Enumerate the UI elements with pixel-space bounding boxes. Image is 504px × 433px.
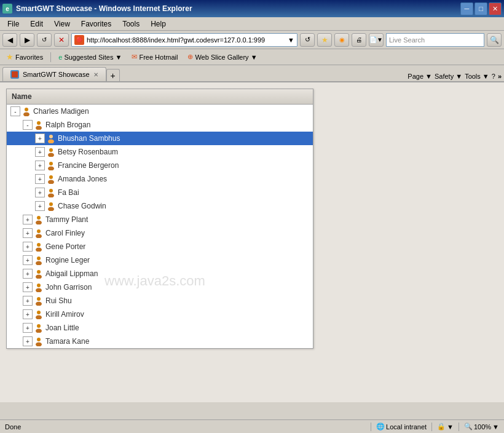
svg-point-13 — [49, 189, 53, 193]
expand-button[interactable]: + — [23, 269, 33, 279]
search-box[interactable]: Live Search — [386, 33, 484, 47]
tree-row[interactable]: + Gene Porter — [7, 240, 313, 253]
expand-button[interactable]: + — [35, 133, 45, 143]
expand-button[interactable]: + — [23, 336, 33, 346]
expand-button[interactable]: + — [35, 201, 45, 211]
svg-point-2 — [23, 113, 30, 117]
expand-button[interactable]: + — [35, 147, 45, 157]
expand-button[interactable]: + — [23, 282, 33, 292]
print-button[interactable]: 🖨 — [352, 33, 366, 47]
person-icon — [46, 188, 56, 197]
status-separator-2 — [431, 423, 432, 431]
svg-point-9 — [49, 162, 53, 165]
close-button[interactable]: ✕ — [489, 2, 502, 15]
dropdown-btn[interactable]: ▼ — [447, 423, 454, 431]
row-label: Fa Bai — [58, 188, 79, 197]
expand-button[interactable]: + — [23, 309, 33, 319]
expand-button[interactable]: + — [35, 174, 45, 184]
svg-point-24 — [36, 261, 42, 266]
expand-button[interactable]: + — [23, 296, 33, 306]
tree-row[interactable]: + Rui Shu — [7, 294, 313, 308]
address-field[interactable]: 🔴 http://localhost:8888/index.html?gwt.c… — [71, 33, 297, 47]
zoom-dropdown[interactable]: ▼ — [492, 423, 499, 431]
status-separator-1 — [371, 423, 371, 431]
webslice-label: Web Slice Gallery ▼ — [195, 54, 257, 61]
expand-button[interactable]: + — [23, 228, 33, 238]
svg-point-19 — [37, 229, 41, 233]
tree-row[interactable]: + Francine Bergeron — [7, 159, 313, 172]
row-label: Kirill Amirov — [45, 310, 84, 319]
tree-row[interactable]: + Amanda Jones — [7, 172, 313, 186]
menu-help[interactable]: Help — [146, 18, 171, 30]
expand-button[interactable]: + — [23, 255, 33, 265]
expand-button[interactable]: + — [23, 323, 33, 333]
hotmail-button[interactable]: ✉ Free Hotmail — [129, 52, 180, 62]
star-button[interactable]: ★ — [317, 33, 332, 47]
row-label: Francine Bergeron — [58, 161, 119, 170]
svg-point-16 — [48, 207, 54, 212]
page-tools-button[interactable]: 📄▼ — [369, 33, 384, 47]
row-label: Rui Shu — [45, 296, 72, 305]
tree-row[interactable]: + Fa Bai — [7, 186, 313, 199]
tree-row[interactable]: + Abigail Lippman — [7, 267, 313, 280]
dropdown-arrow[interactable]: ▼ — [288, 36, 294, 44]
tree-row[interactable]: + Chase Godwin — [7, 199, 313, 213]
tree-row[interactable]: + Carol Finley — [7, 226, 313, 240]
menu-view[interactable]: View — [49, 18, 75, 30]
menu-file[interactable]: File — [2, 18, 24, 30]
new-tab-button[interactable]: + — [106, 69, 120, 81]
suggested-sites-button[interactable]: e Suggested Sites ▼ — [56, 52, 124, 62]
tab-close-icon[interactable]: ✕ — [93, 71, 98, 78]
collapse-button[interactable]: - — [10, 106, 20, 116]
svg-point-35 — [37, 338, 41, 341]
tree-row[interactable]: + Betsy Rosenbaum — [7, 145, 313, 159]
tree-row[interactable]: + John Garrison — [7, 280, 313, 294]
tab-smartgwt[interactable]: SmartGWT Showcase ✕ — [2, 67, 106, 81]
person-icon — [34, 215, 44, 224]
tree-body: - Charles Madigen- Ralph Brogan+ Bhushan… — [7, 105, 313, 348]
webslice-button[interactable]: ⊕ Web Slice Gallery ▼ — [185, 52, 259, 62]
search-button[interactable]: 🔍 — [487, 33, 502, 47]
ie-icon: e — [58, 54, 62, 61]
more-button[interactable]: » — [498, 73, 502, 80]
minimize-button[interactable]: ─ — [460, 2, 473, 15]
tree-row[interactable]: + Bhushan Sambhus — [7, 132, 313, 145]
maximize-button[interactable]: □ — [474, 2, 487, 15]
safety-button[interactable]: Safety ▼ — [435, 73, 462, 80]
tree-row[interactable]: + Joan Little — [7, 321, 313, 335]
expand-button[interactable]: + — [35, 161, 45, 170]
favorites-label: Favorites — [15, 54, 43, 61]
zoom-control[interactable]: 🔍 100% ▼ — [464, 423, 499, 431]
feed-button[interactable]: ◉ — [334, 33, 349, 47]
tree-row[interactable]: + Tamara Kane — [7, 335, 313, 348]
tools-button2[interactable]: Tools ▼ — [465, 73, 489, 80]
row-label: John Garrison — [45, 283, 92, 292]
tree-row[interactable]: - Charles Madigen — [7, 105, 313, 118]
favorites-bar: ★ Favorites e Suggested Sites ▼ ✉ Free H… — [0, 49, 504, 65]
help-button[interactable]: ? — [492, 73, 495, 80]
refresh-button2[interactable]: ↺ — [300, 33, 315, 47]
svg-point-26 — [36, 275, 42, 279]
menu-edit[interactable]: Edit — [25, 18, 48, 30]
menu-favorites[interactable]: Favorites — [76, 18, 116, 30]
expand-button[interactable]: + — [35, 188, 45, 197]
forward-button[interactable]: ▶ — [20, 33, 34, 47]
tree-header: Name — [7, 89, 313, 105]
collapse-button[interactable]: - — [23, 120, 33, 130]
app-icon: e — [2, 4, 12, 14]
stop-button[interactable]: ✕ — [54, 33, 69, 47]
menu-tools[interactable]: Tools — [117, 18, 144, 30]
tree-row[interactable]: + Rogine Leger — [7, 253, 313, 267]
status-bar: Done 🌐 Local intranet 🔒 ▼ 🔍 100% ▼ — [0, 419, 504, 433]
zoom-level: 100% — [474, 423, 491, 431]
expand-button[interactable]: + — [23, 215, 33, 224]
person-icon — [34, 120, 44, 130]
page-button[interactable]: Page ▼ — [408, 73, 432, 80]
tree-row[interactable]: - Ralph Brogan — [7, 118, 313, 132]
favorites-button[interactable]: ★ Favorites — [4, 51, 45, 63]
tree-row[interactable]: + Kirill Amirov — [7, 308, 313, 321]
tree-row[interactable]: + Tammy Plant — [7, 213, 313, 226]
refresh-button[interactable]: ↺ — [37, 33, 52, 47]
back-button[interactable]: ◀ — [2, 33, 17, 47]
expand-button[interactable]: + — [23, 242, 33, 252]
